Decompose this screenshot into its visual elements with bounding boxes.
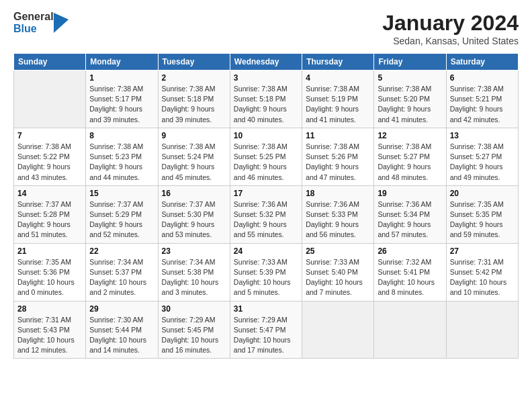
calendar-cell: 28Sunrise: 7:31 AMSunset: 5:43 PMDayligh… — [14, 301, 86, 359]
day-info: Sunrise: 7:38 AMSunset: 5:18 PMDaylight:… — [162, 84, 226, 125]
week-row-1: 1Sunrise: 7:38 AMSunset: 5:17 PMDaylight… — [14, 71, 519, 128]
calendar-cell: 31Sunrise: 7:29 AMSunset: 5:47 PMDayligh… — [230, 301, 302, 359]
day-number: 5 — [378, 73, 442, 83]
week-row-3: 14Sunrise: 7:37 AMSunset: 5:28 PMDayligh… — [14, 185, 519, 243]
day-info: Sunrise: 7:38 AMSunset: 5:17 PMDaylight:… — [89, 84, 154, 125]
day-header-tuesday: Tuesday — [158, 54, 230, 71]
day-info: Sunrise: 7:37 AMSunset: 5:28 PMDaylight:… — [17, 199, 82, 240]
day-info: Sunrise: 7:38 AMSunset: 5:22 PMDaylight:… — [17, 142, 82, 183]
day-number: 3 — [234, 73, 298, 83]
calendar-cell: 20Sunrise: 7:35 AMSunset: 5:35 PMDayligh… — [446, 185, 518, 243]
day-number: 10 — [234, 131, 298, 140]
calendar-cell: 3Sunrise: 7:38 AMSunset: 5:18 PMDaylight… — [230, 71, 302, 128]
calendar-cell: 26Sunrise: 7:32 AMSunset: 5:41 PMDayligh… — [374, 243, 446, 301]
calendar-cell: 10Sunrise: 7:38 AMSunset: 5:25 PMDayligh… — [230, 128, 302, 185]
calendar-cell: 5Sunrise: 7:38 AMSunset: 5:20 PMDaylight… — [374, 71, 446, 128]
calendar-cell — [374, 301, 446, 359]
day-info: Sunrise: 7:38 AMSunset: 5:23 PMDaylight:… — [89, 142, 154, 183]
calendar-cell: 24Sunrise: 7:33 AMSunset: 5:39 PMDayligh… — [230, 243, 302, 301]
calendar-cell: 21Sunrise: 7:35 AMSunset: 5:36 PMDayligh… — [14, 243, 86, 301]
week-row-2: 7Sunrise: 7:38 AMSunset: 5:22 PMDaylight… — [14, 128, 519, 185]
logo-text: General Blue — [13, 11, 54, 34]
calendar-cell: 1Sunrise: 7:38 AMSunset: 5:17 PMDaylight… — [86, 71, 158, 128]
day-number: 6 — [450, 73, 515, 83]
logo: General Blue — [13, 11, 69, 34]
day-info: Sunrise: 7:38 AMSunset: 5:19 PMDaylight:… — [306, 84, 370, 125]
calendar-cell: 17Sunrise: 7:36 AMSunset: 5:32 PMDayligh… — [230, 185, 302, 243]
calendar-cell — [14, 71, 86, 128]
day-number: 23 — [162, 246, 226, 256]
day-info: Sunrise: 7:36 AMSunset: 5:34 PMDaylight:… — [378, 199, 442, 240]
logo-line1: General — [13, 11, 54, 23]
calendar-cell: 11Sunrise: 7:38 AMSunset: 5:26 PMDayligh… — [302, 128, 374, 185]
day-number: 27 — [450, 246, 515, 256]
calendar-cell — [302, 301, 374, 359]
day-number: 4 — [306, 73, 370, 83]
title-block: January 2024 Sedan, Kansas, United State… — [382, 11, 519, 46]
calendar-cell: 25Sunrise: 7:33 AMSunset: 5:40 PMDayligh… — [302, 243, 374, 301]
calendar-cell: 29Sunrise: 7:30 AMSunset: 5:44 PMDayligh… — [86, 301, 158, 359]
main-container: General Blue January 2024 Sedan, Kansas,… — [0, 0, 532, 365]
day-header-monday: Monday — [86, 54, 158, 71]
calendar-cell: 14Sunrise: 7:37 AMSunset: 5:28 PMDayligh… — [14, 185, 86, 243]
calendar-cell: 4Sunrise: 7:38 AMSunset: 5:19 PMDaylight… — [302, 71, 374, 128]
calendar-header: SundayMondayTuesdayWednesdayThursdayFrid… — [14, 54, 519, 71]
calendar-cell: 23Sunrise: 7:34 AMSunset: 5:38 PMDayligh… — [158, 243, 230, 301]
calendar-cell: 13Sunrise: 7:38 AMSunset: 5:27 PMDayligh… — [446, 128, 518, 185]
day-number: 24 — [234, 246, 298, 256]
calendar-cell: 9Sunrise: 7:38 AMSunset: 5:24 PMDaylight… — [158, 128, 230, 185]
day-info: Sunrise: 7:32 AMSunset: 5:41 PMDaylight:… — [378, 257, 442, 298]
logo-icon — [54, 13, 69, 33]
day-number: 19 — [378, 189, 442, 198]
day-header-saturday: Saturday — [446, 54, 518, 71]
day-number: 7 — [17, 131, 82, 140]
calendar-cell: 27Sunrise: 7:31 AMSunset: 5:42 PMDayligh… — [446, 243, 518, 301]
day-info: Sunrise: 7:36 AMSunset: 5:32 PMDaylight:… — [234, 199, 298, 240]
calendar-cell: 18Sunrise: 7:36 AMSunset: 5:33 PMDayligh… — [302, 185, 374, 243]
day-info: Sunrise: 7:37 AMSunset: 5:29 PMDaylight:… — [89, 199, 154, 240]
day-number: 17 — [234, 189, 298, 198]
calendar-cell: 8Sunrise: 7:38 AMSunset: 5:23 PMDaylight… — [86, 128, 158, 185]
day-number: 26 — [378, 246, 442, 256]
calendar-cell: 16Sunrise: 7:37 AMSunset: 5:30 PMDayligh… — [158, 185, 230, 243]
day-number: 11 — [306, 131, 370, 140]
day-info: Sunrise: 7:38 AMSunset: 5:27 PMDaylight:… — [378, 142, 442, 183]
day-number: 8 — [89, 131, 154, 140]
calendar-cell — [446, 301, 518, 359]
day-number: 22 — [89, 246, 154, 256]
day-number: 9 — [162, 131, 226, 140]
page-title: January 2024 — [382, 11, 519, 36]
calendar-cell: 7Sunrise: 7:38 AMSunset: 5:22 PMDaylight… — [14, 128, 86, 185]
day-header-friday: Friday — [374, 54, 446, 71]
calendar-cell: 2Sunrise: 7:38 AMSunset: 5:18 PMDaylight… — [158, 71, 230, 128]
day-number: 28 — [17, 304, 82, 314]
day-number: 21 — [17, 246, 82, 256]
day-info: Sunrise: 7:38 AMSunset: 5:24 PMDaylight:… — [162, 142, 226, 183]
day-number: 1 — [89, 73, 154, 83]
day-info: Sunrise: 7:33 AMSunset: 5:39 PMDaylight:… — [234, 257, 298, 298]
calendar-body: 1Sunrise: 7:38 AMSunset: 5:17 PMDaylight… — [14, 71, 519, 359]
day-header-sunday: Sunday — [14, 54, 86, 71]
day-number: 12 — [378, 131, 442, 140]
day-info: Sunrise: 7:38 AMSunset: 5:20 PMDaylight:… — [378, 84, 442, 125]
day-number: 15 — [89, 189, 154, 198]
calendar-table: SundayMondayTuesdayWednesdayThursdayFrid… — [13, 53, 519, 359]
day-info: Sunrise: 7:34 AMSunset: 5:38 PMDaylight:… — [162, 257, 226, 298]
calendar-cell: 6Sunrise: 7:38 AMSunset: 5:21 PMDaylight… — [446, 71, 518, 128]
day-number: 16 — [162, 189, 226, 198]
day-info: Sunrise: 7:35 AMSunset: 5:36 PMDaylight:… — [17, 257, 82, 298]
day-number: 13 — [450, 131, 515, 140]
calendar-cell: 19Sunrise: 7:36 AMSunset: 5:34 PMDayligh… — [374, 185, 446, 243]
day-info: Sunrise: 7:36 AMSunset: 5:33 PMDaylight:… — [306, 199, 370, 240]
svg-marker-0 — [54, 13, 69, 33]
day-number: 31 — [234, 304, 298, 314]
calendar-cell: 12Sunrise: 7:38 AMSunset: 5:27 PMDayligh… — [374, 128, 446, 185]
day-number: 20 — [450, 189, 515, 198]
day-info: Sunrise: 7:29 AMSunset: 5:45 PMDaylight:… — [162, 315, 226, 356]
day-number: 2 — [162, 73, 226, 83]
day-info: Sunrise: 7:31 AMSunset: 5:43 PMDaylight:… — [17, 315, 82, 356]
day-info: Sunrise: 7:34 AMSunset: 5:37 PMDaylight:… — [89, 257, 154, 298]
day-info: Sunrise: 7:29 AMSunset: 5:47 PMDaylight:… — [234, 315, 298, 356]
day-info: Sunrise: 7:31 AMSunset: 5:42 PMDaylight:… — [450, 257, 515, 298]
calendar-cell: 22Sunrise: 7:34 AMSunset: 5:37 PMDayligh… — [86, 243, 158, 301]
